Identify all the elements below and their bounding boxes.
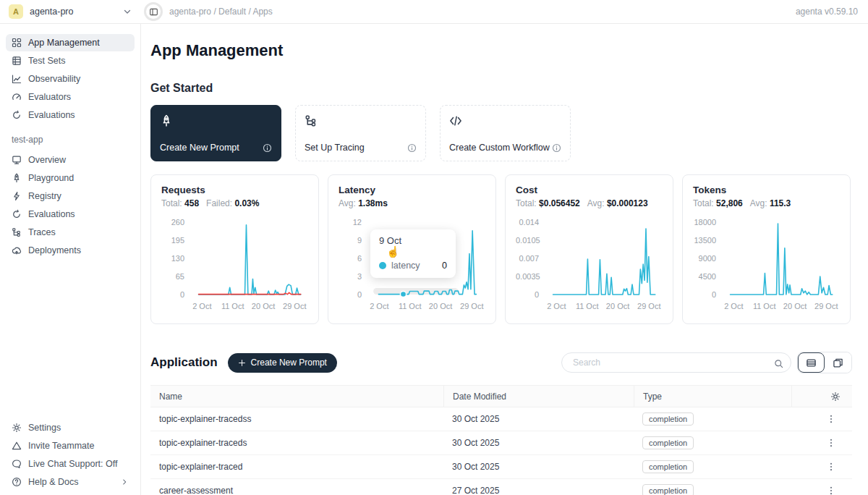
card-view-button[interactable] bbox=[825, 352, 851, 373]
y-tick-label: 0.014 bbox=[516, 218, 539, 227]
cell-date-modified: 30 Oct 2025 bbox=[443, 462, 634, 472]
chat-icon bbox=[12, 459, 22, 469]
tree-icon bbox=[305, 114, 318, 127]
chart-title: Latency bbox=[339, 185, 485, 195]
sidebar-item-traces[interactable]: Traces bbox=[6, 224, 135, 241]
help-icon bbox=[12, 477, 22, 487]
info-icon[interactable] bbox=[407, 143, 417, 153]
tooltip-series-label: latency bbox=[391, 261, 420, 271]
series-dot bbox=[379, 262, 386, 269]
column-header-type: Type bbox=[634, 386, 791, 407]
sidebar-item-evaluations[interactable]: Evaluations bbox=[6, 106, 135, 124]
chart-stats: Total: 52,806Avg: 115.3 bbox=[693, 198, 840, 208]
x-axis-labels: 2 Oct11 Oct20 Oct29 Oct bbox=[722, 302, 840, 313]
cell-date-modified: 30 Oct 2025 bbox=[443, 438, 634, 448]
info-icon[interactable] bbox=[263, 143, 272, 153]
row-menu-button[interactable] bbox=[825, 436, 838, 449]
get-started-card-create-custom-workflow[interactable]: Create Custom Workflow bbox=[440, 105, 571, 161]
x-tick-label: 29 Oct bbox=[814, 302, 838, 310]
tooltip-value: 0 bbox=[442, 261, 447, 271]
chart-stats: Total: 458Failed: 0.03% bbox=[161, 198, 308, 208]
x-axis-labels: 2 Oct11 Oct20 Oct29 Oct bbox=[545, 302, 663, 313]
sidebar-item-label: Traces bbox=[28, 227, 56, 237]
sidebar-item-test-sets[interactable]: Test Sets bbox=[6, 52, 135, 69]
table-row[interactable]: topic-explainer-traced30 Oct 2025complet… bbox=[150, 455, 852, 479]
sidebar-item-label: Evaluators bbox=[28, 92, 71, 102]
sidebar-item-evaluators[interactable]: Evaluators bbox=[6, 88, 135, 106]
type-badge: completion bbox=[642, 484, 694, 495]
row-menu-button[interactable] bbox=[825, 484, 838, 495]
column-header-name: Name bbox=[150, 386, 443, 407]
view-toggle bbox=[797, 352, 852, 373]
chart-card-requests: RequestsTotal: 458Failed: 0.03%260195130… bbox=[150, 174, 319, 324]
row-menu-button[interactable] bbox=[825, 412, 838, 426]
table-row[interactable]: career-assessment27 Oct 2025completion bbox=[150, 479, 852, 495]
tree-icon bbox=[12, 227, 22, 237]
gauge-icon bbox=[12, 92, 22, 102]
sidebar-item-deployments[interactable]: Deployments bbox=[6, 242, 135, 259]
sidebar-toggle-button[interactable] bbox=[144, 2, 163, 21]
get-started-card-set-up-tracing[interactable]: Set Up Tracing bbox=[295, 105, 426, 161]
sidebar-item-registry[interactable]: Registry bbox=[6, 187, 135, 205]
cell-date-modified: 27 Oct 2025 bbox=[443, 486, 634, 495]
get-started-card-create-new-prompt[interactable]: Create New Prompt bbox=[150, 105, 281, 161]
cell-name: topic-explainer-tracedss bbox=[150, 414, 443, 424]
workspace-selector[interactable]: A agenta-pro bbox=[0, 4, 141, 19]
search-icon bbox=[774, 359, 783, 368]
chart-stat: Total: $0.056452 bbox=[516, 198, 580, 208]
y-tick-label: 3 bbox=[339, 272, 362, 281]
rocket-icon bbox=[160, 114, 173, 127]
cloud-icon bbox=[12, 245, 22, 255]
x-tick-label: 2 Oct bbox=[724, 302, 743, 310]
application-tools bbox=[561, 352, 852, 373]
table-row[interactable]: topic-explainer-tracedss30 Oct 2025compl… bbox=[150, 407, 852, 431]
y-axis-labels: 1800013500900045000 bbox=[693, 218, 722, 299]
table-row[interactable]: topic-explainer-traceds30 Oct 2025comple… bbox=[150, 431, 852, 455]
y-axis-labels: 0.0140.01050.0070.00350 bbox=[516, 218, 545, 299]
charts-row: 9 Oct ☝ latency 0 RequestsTotal: 458Fail… bbox=[150, 174, 852, 324]
chart-stat: Avg: 1.38ms bbox=[339, 198, 388, 208]
y-tick-label: 0 bbox=[693, 290, 716, 299]
x-tick-label: 11 Oct bbox=[221, 302, 244, 310]
sidebar-item-settings[interactable]: Settings bbox=[6, 419, 135, 436]
sidebar-item-help-docs[interactable]: Help & Docs bbox=[6, 473, 135, 491]
triangle-icon bbox=[12, 441, 22, 451]
chart-plot bbox=[722, 218, 840, 299]
kebab-icon bbox=[826, 414, 836, 424]
sidebar-item-label: Observability bbox=[28, 74, 80, 84]
sidebar-item-invite-teammate[interactable]: Invite Teammate bbox=[6, 437, 135, 454]
row-menu-button[interactable] bbox=[825, 460, 838, 473]
create-new-prompt-button[interactable]: Create New Prompt bbox=[228, 353, 337, 373]
chart-title: Cost bbox=[516, 185, 663, 195]
y-tick-label: 130 bbox=[161, 254, 184, 263]
sidebar-item-evaluations[interactable]: Evaluations bbox=[6, 206, 135, 223]
table-view-icon bbox=[806, 358, 817, 368]
workspace-name: agenta-pro bbox=[30, 7, 73, 17]
cell-name: career-assessment bbox=[150, 486, 443, 495]
chart-stat: Failed: 0.03% bbox=[206, 198, 259, 208]
chart-stat: Avg: 115.3 bbox=[750, 198, 791, 208]
workspace-avatar: A bbox=[9, 4, 23, 19]
sidebar-item-observability[interactable]: Observability bbox=[6, 70, 135, 88]
chart-title: Tokens bbox=[693, 185, 840, 195]
grid-icon bbox=[12, 38, 22, 48]
breadcrumb[interactable]: agenta-pro / Default / Apps bbox=[169, 7, 273, 17]
sidebar-item-live-chat-support-off[interactable]: Live Chat Support: Off bbox=[6, 455, 135, 473]
sidebar-item-playground[interactable]: Playground bbox=[6, 169, 135, 187]
card-icon-wrap bbox=[449, 114, 561, 127]
sidebar-item-label: Help & Docs bbox=[28, 477, 78, 487]
y-tick-label: 6 bbox=[339, 254, 362, 263]
kebab-icon bbox=[826, 486, 836, 495]
sidebar-item-overview[interactable]: Overview bbox=[6, 151, 135, 169]
search-input[interactable] bbox=[571, 357, 774, 368]
sidebar-item-app-management[interactable]: App Management bbox=[6, 34, 135, 51]
table-view-button[interactable] bbox=[798, 352, 825, 373]
y-tick-label: 0.0105 bbox=[516, 236, 539, 245]
chart-plot bbox=[545, 218, 663, 299]
column-settings-icon[interactable] bbox=[830, 392, 841, 402]
column-header-actions bbox=[791, 386, 852, 407]
info-icon[interactable] bbox=[552, 143, 561, 153]
cell-name: topic-explainer-traced bbox=[150, 462, 443, 472]
card-label: Create New Prompt bbox=[160, 143, 239, 153]
get-started-cards: Create New PromptSet Up TracingCreate Cu… bbox=[150, 105, 852, 161]
